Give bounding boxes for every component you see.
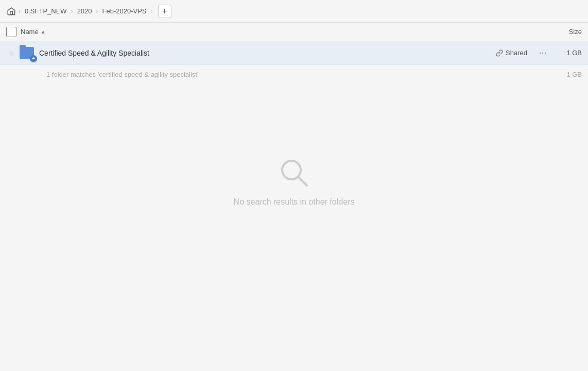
file-list-item[interactable]: ☆ Certified Speed & Agility Specialist S…	[0, 41, 588, 65]
empty-state: No search results in other folders	[0, 83, 588, 279]
breadcrumb-feb2020[interactable]: Feb-2020-VPS	[100, 6, 149, 16]
sort-arrow-icon: ▲	[41, 29, 46, 35]
shared-badge: Shared	[496, 49, 527, 57]
add-button[interactable]: +	[158, 5, 171, 18]
breadcrumb-sftp[interactable]: 0.SFTP_NEW	[23, 6, 69, 16]
size-column-header: Size	[551, 28, 582, 36]
folder-icon	[19, 45, 35, 61]
more-options-button[interactable]: ···	[535, 46, 550, 60]
match-count-row: 1 folder matches 'certified speed & agil…	[0, 65, 588, 83]
breadcrumb-bar: › 0.SFTP_NEW › 2020 › Feb-2020-VPS › +	[0, 0, 588, 23]
sep-3: ›	[96, 8, 98, 15]
link-icon	[496, 49, 503, 57]
empty-state-text: No search results in other folders	[234, 197, 355, 207]
sep-1: ›	[19, 8, 21, 15]
shared-label: Shared	[506, 49, 527, 57]
home-button[interactable]	[6, 6, 16, 16]
svg-point-0	[282, 161, 301, 179]
match-text: 1 folder matches 'certified speed & agil…	[46, 71, 556, 78]
file-name-label: Certified Speed & Agility Specialist	[39, 49, 496, 57]
breadcrumb-2020[interactable]: 2020	[75, 6, 94, 16]
match-size: 1 GB	[556, 71, 582, 78]
name-column-header[interactable]: Name ▲	[21, 28, 551, 36]
svg-line-1	[298, 177, 307, 186]
sep-4: ›	[151, 8, 153, 15]
star-icon[interactable]: ☆	[6, 48, 16, 58]
column-header-row: Name ▲ Size	[0, 23, 588, 41]
select-all-checkbox[interactable]	[6, 27, 16, 37]
no-results-search-icon	[278, 156, 310, 189]
file-size-label: 1 GB	[556, 49, 582, 57]
sep-2: ›	[71, 8, 73, 15]
